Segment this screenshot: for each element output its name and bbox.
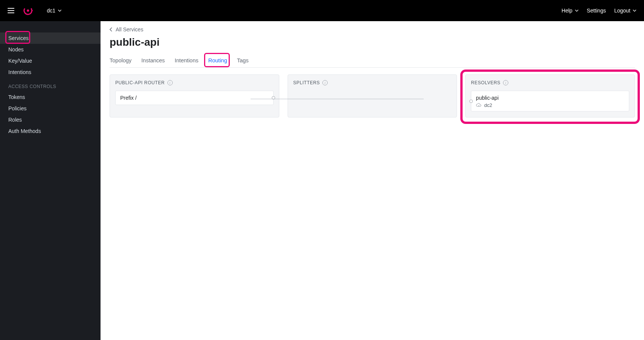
main-content: All Services public-api Topology Instanc… [101, 21, 644, 340]
sidebar-group-label: ACCESS CONTROLS [0, 78, 101, 91]
resolvers-panel: RESOLVERS i public-api dc2 [465, 74, 635, 117]
info-icon[interactable]: i [503, 80, 508, 85]
tabs: Topology Instances Intentions Routing Ta… [110, 54, 635, 68]
router-panel-title: PUBLIC-API ROUTER i [115, 80, 274, 85]
logout-link[interactable]: Logout [614, 8, 636, 14]
svg-point-1 [27, 9, 29, 12]
sidebar-item-roles[interactable]: Roles [0, 114, 101, 125]
help-link[interactable]: Help [562, 8, 579, 14]
route-rule-card[interactable]: Prefix / [115, 91, 274, 105]
sidebar-item-services[interactable]: Services [0, 32, 101, 44]
resolver-card[interactable]: public-api dc2 [471, 91, 629, 111]
sidebar-item-auth-methods[interactable]: Auth Methods [0, 125, 101, 137]
sidebar-item-nodes[interactable]: Nodes [0, 44, 101, 55]
svg-point-4 [31, 12, 32, 12]
info-icon[interactable]: i [167, 80, 173, 85]
svg-point-3 [32, 10, 33, 11]
consul-logo-icon [23, 5, 33, 16]
page-title: public-api [110, 36, 635, 48]
breadcrumb-label: All Services [116, 26, 143, 32]
resolver-name: public-api [476, 95, 624, 101]
connector-input-dot [469, 99, 473, 103]
chevron-left-icon [110, 27, 113, 32]
cloud-failover-icon [476, 102, 481, 108]
hamburger-menu-icon[interactable] [8, 8, 14, 13]
sidebar-item-policies[interactable]: Policies [0, 103, 101, 114]
router-panel: PUBLIC-API ROUTER i Prefix / [110, 74, 279, 117]
sidebar-item-key-value[interactable]: Key/Value [0, 55, 101, 66]
breadcrumb[interactable]: All Services [110, 26, 635, 32]
help-label: Help [562, 8, 573, 14]
tab-tags[interactable]: Tags [237, 54, 249, 67]
splitters-panel-title: SPLITTERS i [293, 80, 452, 85]
resolver-redirect-dc: dc2 [484, 102, 492, 108]
info-icon[interactable]: i [322, 80, 328, 85]
splitters-panel: SPLITTERS i [288, 74, 457, 117]
datacenter-label: dc1 [47, 8, 56, 14]
svg-point-2 [31, 8, 32, 9]
resolvers-panel-title: RESOLVERS i [471, 80, 629, 85]
sidebar-item-intentions[interactable]: Intentions [0, 66, 101, 78]
chevron-down-icon [633, 9, 636, 12]
sidebar: Services Nodes Key/Value Intentions ACCE… [0, 21, 101, 340]
chevron-down-icon [575, 9, 579, 12]
datacenter-switcher[interactable]: dc1 [47, 8, 62, 14]
tab-instances[interactable]: Instances [141, 54, 165, 67]
settings-label: Settings [587, 8, 606, 14]
routing-row: PUBLIC-API ROUTER i Prefix / SPLITTERS i… [110, 74, 635, 117]
chevron-down-icon [58, 9, 62, 12]
logout-label: Logout [614, 8, 630, 14]
tab-intentions[interactable]: Intentions [175, 54, 198, 67]
connector-output-dot [272, 96, 275, 100]
tab-routing[interactable]: Routing [208, 54, 227, 67]
tab-topology[interactable]: Topology [110, 54, 132, 67]
settings-link[interactable]: Settings [587, 8, 606, 14]
sidebar-item-tokens[interactable]: Tokens [0, 91, 101, 103]
